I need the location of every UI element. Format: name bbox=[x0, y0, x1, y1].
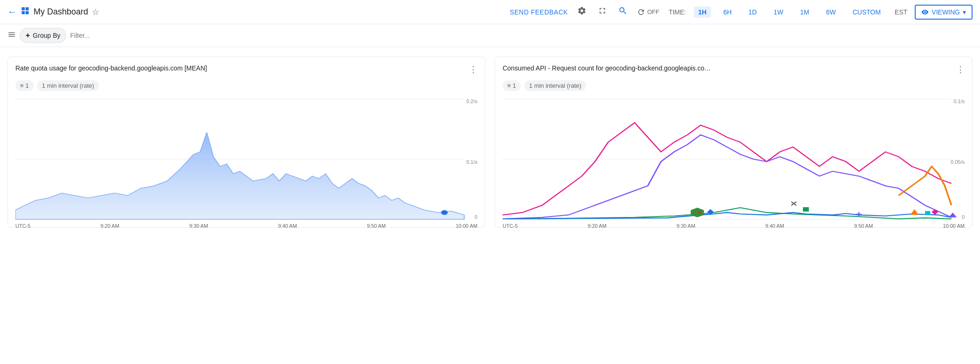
card-header-1: Rate quota usage for geocoding-backend.g… bbox=[15, 64, 477, 75]
svg-rect-3 bbox=[26, 11, 29, 14]
viewing-label: VIEWING bbox=[932, 8, 960, 16]
chart-title-1: Rate quota usage for geocoding-backend.g… bbox=[15, 64, 207, 72]
viewing-dropdown-icon: ▾ bbox=[963, 8, 966, 16]
chart-more-button-1[interactable]: ⋮ bbox=[469, 64, 477, 75]
plus-icon: + bbox=[26, 31, 30, 40]
time-1m-button[interactable]: 1M bbox=[795, 7, 814, 18]
filter-chip-1[interactable]: ≡ 1 bbox=[15, 80, 34, 91]
time-custom-button[interactable]: CUSTOM bbox=[848, 7, 885, 18]
svg-rect-11 bbox=[925, 211, 930, 215]
time-1h-button[interactable]: 1H bbox=[694, 7, 711, 18]
chart-more-button-2[interactable]: ⋮ bbox=[956, 64, 965, 75]
x-label-0: UTC-5 bbox=[15, 223, 30, 229]
chart-area-1: 0.2/s 0.1/s 0 bbox=[15, 98, 477, 220]
y-max-1: 0.2/s bbox=[466, 98, 477, 104]
svg-marker-18 bbox=[911, 209, 918, 215]
star-button[interactable]: ☆ bbox=[92, 7, 99, 17]
svg-marker-20 bbox=[949, 212, 957, 217]
x-label-1: 9:20 AM bbox=[101, 223, 119, 229]
svg-text:*: * bbox=[697, 210, 702, 218]
time-label: TIME: bbox=[669, 8, 686, 16]
toolbar: + Group By bbox=[0, 24, 980, 47]
x-label-2-0: UTC-5 bbox=[503, 223, 518, 229]
search-button[interactable] bbox=[616, 4, 629, 20]
x-label-2-4: 9:50 AM bbox=[854, 223, 873, 229]
group-by-button[interactable]: + Group By bbox=[20, 28, 66, 43]
filter-icon-2: ≡ bbox=[507, 82, 511, 89]
x-label-3: 9:40 AM bbox=[278, 223, 297, 229]
header-left: ← My Dashboard ☆ bbox=[7, 6, 504, 18]
menu-icon[interactable] bbox=[7, 30, 16, 41]
main-content: Rate quota usage for geocoding-backend.g… bbox=[0, 47, 980, 237]
svg-rect-1 bbox=[26, 7, 29, 11]
fullscreen-button[interactable] bbox=[596, 4, 609, 20]
svg-rect-16 bbox=[803, 207, 809, 211]
y-zero-1: 0 bbox=[475, 214, 477, 220]
y-mid-1: 0.1/s bbox=[466, 159, 477, 165]
filter-chip-2[interactable]: ≡ 1 bbox=[503, 80, 521, 91]
header: ← My Dashboard ☆ SEND FEEDBACK OFF TIME:… bbox=[0, 0, 980, 24]
header-actions: SEND FEEDBACK OFF TIME: 1H 6H 1D 1W 1M 6… bbox=[510, 4, 973, 20]
group-by-label: Group By bbox=[33, 32, 60, 39]
chart-card-1: Rate quota usage for geocoding-backend.g… bbox=[7, 56, 485, 228]
filter-icon-1: ≡ bbox=[20, 82, 24, 89]
time-1d-button[interactable]: 1D bbox=[744, 7, 761, 18]
card-header-2: Consumed API - Request count for geocodi… bbox=[503, 64, 965, 75]
svg-text:+: + bbox=[856, 210, 862, 218]
refresh-off-label: OFF bbox=[647, 8, 659, 15]
settings-button[interactable] bbox=[575, 4, 588, 20]
time-6w-button[interactable]: 6W bbox=[821, 7, 841, 18]
send-feedback-button[interactable]: SEND FEEDBACK bbox=[510, 8, 568, 16]
filter-count-1: 1 bbox=[26, 82, 29, 89]
dashboard-icon bbox=[21, 6, 30, 18]
time-1w-button[interactable]: 1W bbox=[769, 7, 788, 18]
timezone-label: EST bbox=[895, 8, 907, 16]
x-label-4: 9:50 AM bbox=[367, 223, 386, 229]
interval-chip-1[interactable]: 1 min interval (rate) bbox=[37, 80, 99, 91]
x-label-2-5: 10:00 AM bbox=[943, 223, 964, 229]
chart-filters-1: ≡ 1 1 min interval (rate) bbox=[15, 80, 477, 91]
x-label-2-2: 9:30 AM bbox=[676, 223, 695, 229]
time-6h-button[interactable]: 6H bbox=[718, 7, 736, 18]
svg-rect-0 bbox=[22, 7, 25, 11]
x-label-2-1: 9:20 AM bbox=[588, 223, 607, 229]
x-label-5: 10:00 AM bbox=[455, 223, 477, 229]
chart-filters-2: ≡ 1 1 min interval (rate) bbox=[503, 80, 965, 91]
chart-title-2: Consumed API - Request count for geocodi… bbox=[503, 64, 711, 72]
back-button[interactable]: ← bbox=[7, 7, 17, 17]
svg-marker-19 bbox=[932, 209, 938, 215]
chart-svg-1 bbox=[15, 98, 477, 220]
chart-svg-2: * ✕ + bbox=[503, 98, 965, 220]
interval-label-1: 1 min interval (rate) bbox=[42, 82, 94, 89]
filter-count-2: 1 bbox=[513, 82, 516, 89]
filter-input[interactable] bbox=[70, 32, 973, 39]
svg-rect-2 bbox=[22, 11, 25, 14]
y-max-2: 0.1/s bbox=[953, 98, 965, 104]
svg-point-7 bbox=[441, 210, 448, 215]
back-icon: ← bbox=[7, 7, 17, 17]
x-label-2: 9:30 AM bbox=[189, 223, 208, 229]
page-title: My Dashboard bbox=[34, 7, 88, 17]
svg-text:✕: ✕ bbox=[790, 200, 797, 208]
chart-card-2: Consumed API - Request count for geocodi… bbox=[495, 56, 973, 228]
interval-label-2: 1 min interval (rate) bbox=[529, 82, 581, 89]
y-zero-2: 0 bbox=[962, 214, 965, 220]
chart-x-labels-2: UTC-5 9:20 AM 9:30 AM 9:40 AM 9:50 AM 10… bbox=[503, 223, 965, 229]
refresh-group: OFF bbox=[637, 8, 659, 16]
viewing-button[interactable]: VIEWING ▾ bbox=[915, 5, 973, 20]
y-mid-2: 0.05/s bbox=[951, 159, 965, 165]
x-label-2-3: 9:40 AM bbox=[765, 223, 784, 229]
interval-chip-2[interactable]: 1 min interval (rate) bbox=[525, 80, 586, 91]
chart-x-labels-1: UTC-5 9:20 AM 9:30 AM 9:40 AM 9:50 AM 10… bbox=[15, 223, 477, 229]
chart-area-2: 0.1/s 0.05/s 0 bbox=[503, 98, 965, 220]
